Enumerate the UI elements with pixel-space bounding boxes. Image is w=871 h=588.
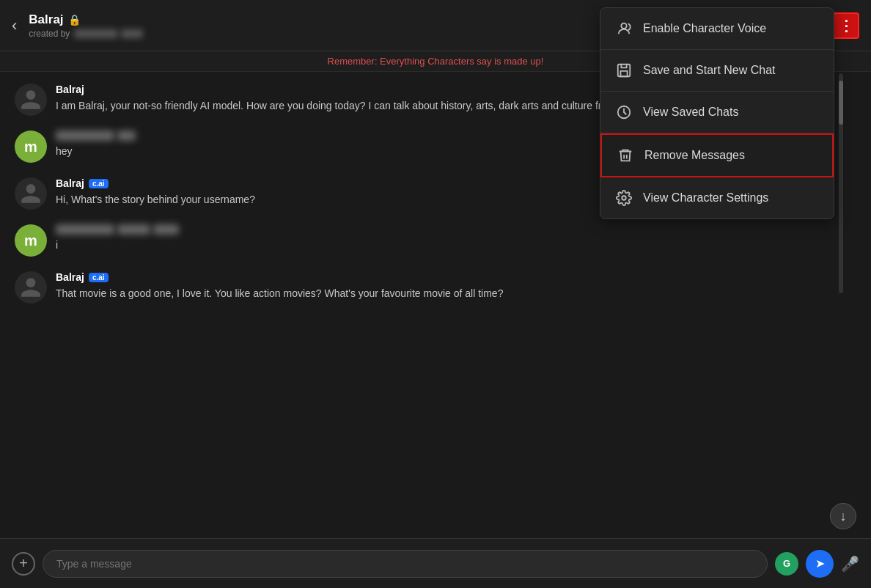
- avatar: [15, 271, 47, 304]
- table-row: Balraj c.ai That movie is a good one, I …: [15, 271, 856, 304]
- message-text: That movie is a good one, I love it. You…: [56, 286, 856, 301]
- svg-point-0: [621, 23, 626, 29]
- add-attachment-button[interactable]: +: [12, 552, 35, 576]
- cai-badge: c.ai: [89, 273, 109, 282]
- avatar: [15, 177, 47, 210]
- grammarly-icon: G: [783, 558, 790, 569]
- bot-avatar-silhouette: [15, 84, 47, 116]
- bot-avatar-silhouette: [15, 271, 47, 304]
- message-content: i: [56, 224, 856, 253]
- message-sender: Balraj c.ai: [56, 271, 856, 283]
- input-bar: + G ➤ 🎤: [0, 538, 871, 588]
- menu-label-enable-voice: Enable Character Voice: [643, 22, 766, 35]
- clock-icon: [615, 103, 633, 121]
- menu-label-view-saved: View Saved Chats: [643, 106, 738, 119]
- scrollbar-track: [839, 73, 843, 293]
- save-icon: [615, 62, 633, 79]
- bot-avatar-silhouette: [15, 177, 47, 210]
- message-input[interactable]: [43, 550, 768, 578]
- menu-label-remove-messages: Remove Messages: [644, 149, 745, 162]
- scroll-down-button[interactable]: ↓: [830, 503, 856, 529]
- sender-name: Balraj: [56, 84, 84, 95]
- menu-label-save-chat: Save and Start New Chat: [643, 64, 776, 77]
- scrollbar-thumb[interactable]: [839, 81, 843, 125]
- warning-text: Remember: Everything Characters say is m…: [328, 56, 544, 67]
- creator-name-blurred: [74, 29, 143, 38]
- menu-item-char-settings[interactable]: View Character Settings: [600, 177, 834, 218]
- send-button[interactable]: ➤: [806, 550, 834, 578]
- trash-icon: [617, 147, 634, 164]
- avatar: m: [15, 224, 47, 257]
- cai-badge: c.ai: [89, 179, 109, 188]
- mic-icon: 🎤: [841, 556, 859, 572]
- message-sender: [56, 224, 856, 235]
- character-name: Balraj: [29, 12, 63, 27]
- table-row: m i: [15, 224, 856, 257]
- back-button[interactable]: ‹: [12, 18, 17, 34]
- plus-icon: +: [19, 555, 28, 572]
- sender-name: Balraj: [56, 271, 84, 283]
- user-name-blurred: [56, 131, 136, 141]
- menu-label-char-settings: View Character Settings: [643, 191, 768, 205]
- dropdown-menu: Enable Character Voice Save and Start Ne…: [600, 7, 834, 219]
- created-by-label: created by: [29, 29, 70, 39]
- menu-item-enable-voice[interactable]: Enable Character Voice: [600, 8, 834, 50]
- user-name-blurred: [56, 224, 179, 235]
- grammarly-button[interactable]: G: [775, 552, 798, 576]
- lock-icon: 🔒: [68, 14, 81, 26]
- more-options-button[interactable]: ⋮: [833, 12, 859, 39]
- microphone-button[interactable]: 🎤: [841, 555, 859, 573]
- sender-name: Balraj: [56, 177, 84, 189]
- menu-item-save-chat[interactable]: Save and Start New Chat: [600, 50, 834, 92]
- message-text: i: [56, 238, 856, 253]
- message-content: Balraj c.ai That movie is a good one, I …: [56, 271, 856, 301]
- menu-item-remove-messages[interactable]: Remove Messages: [600, 133, 834, 177]
- svg-point-3: [622, 196, 626, 200]
- gear-icon: [615, 189, 633, 207]
- more-icon: ⋮: [839, 17, 853, 34]
- avatar: [15, 84, 47, 116]
- menu-item-view-saved[interactable]: View Saved Chats: [600, 92, 834, 133]
- avatar: m: [15, 131, 47, 163]
- send-icon: ➤: [815, 556, 825, 570]
- person-voice-icon: [615, 20, 633, 37]
